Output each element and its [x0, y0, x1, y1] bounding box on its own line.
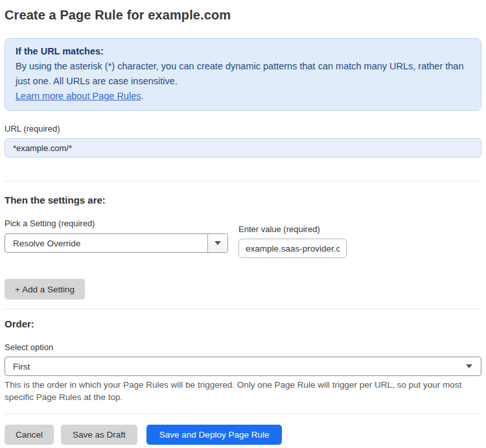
info-link-line: Learn more about Page Rules. [16, 89, 470, 104]
pick-setting-label: Pick a Setting (required) [5, 218, 228, 228]
info-box-heading: If the URL matches: [16, 44, 470, 59]
create-page-rule-panel: Create a Page Rule for example.com If th… [0, 8, 486, 445]
order-select-value: First [5, 362, 466, 371]
setting-select-value: Resolve Override [5, 239, 207, 248]
enter-value-column: Enter value (required) [238, 224, 347, 258]
info-link-suffix: . [141, 91, 143, 101]
url-field-label: URL (required) [5, 124, 481, 134]
cancel-button[interactable]: Cancel [5, 425, 54, 445]
url-input[interactable] [5, 138, 481, 158]
order-select-label: Select option [5, 342, 481, 352]
divider [5, 181, 481, 182]
setting-select-arrow-button[interactable] [207, 234, 227, 252]
footer-button-row: Cancel Save as Draft Save and Deploy Pag… [5, 425, 481, 445]
save-and-deploy-button[interactable]: Save and Deploy Page Rule [146, 425, 283, 445]
divider [5, 414, 481, 414]
page-title: Create a Page Rule for example.com [5, 8, 481, 23]
url-match-info-box: If the URL matches: By using the asteris… [5, 38, 481, 111]
info-box-body: By using the asterisk (*) character, you… [16, 59, 470, 89]
divider [5, 309, 481, 309]
setting-value-input[interactable] [238, 239, 347, 258]
chevron-down-icon [214, 241, 221, 245]
add-setting-button[interactable]: + Add a Setting [5, 279, 85, 300]
setting-select[interactable]: Resolve Override [5, 233, 228, 253]
pick-setting-column: Pick a Setting (required) Resolve Overri… [5, 218, 228, 253]
order-select[interactable]: First [5, 357, 481, 376]
save-as-draft-button[interactable]: Save as Draft [61, 425, 137, 445]
learn-more-link[interactable]: Learn more about Page Rules [16, 91, 141, 101]
settings-section-heading: Then the settings are: [5, 195, 481, 206]
order-section-heading: Order: [5, 318, 481, 329]
setting-row: Pick a Setting (required) Resolve Overri… [5, 218, 481, 258]
enter-value-label: Enter value (required) [238, 224, 347, 234]
order-help-text: This is the order in which your Page Rul… [5, 379, 481, 403]
chevron-down-icon [466, 364, 472, 368]
